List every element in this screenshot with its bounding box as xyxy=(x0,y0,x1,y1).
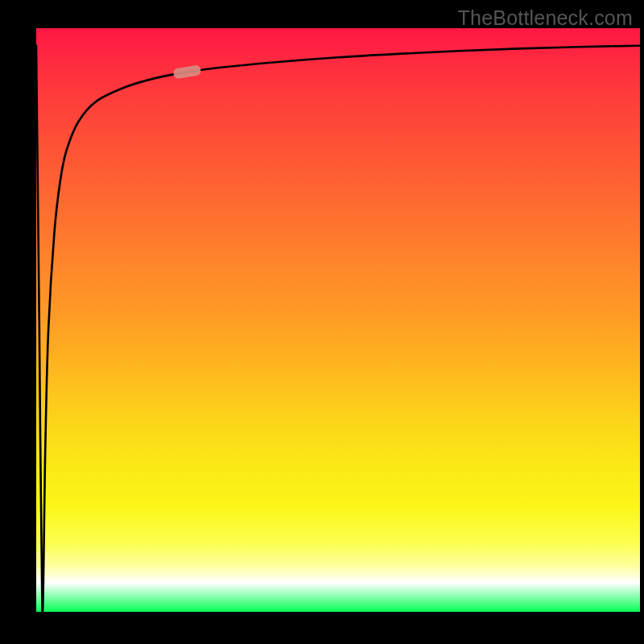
gradient-plot-area xyxy=(36,28,640,612)
watermark-text: TheBottleneck.com xyxy=(458,6,633,30)
chart-frame: TheBottleneck.com xyxy=(0,0,644,644)
